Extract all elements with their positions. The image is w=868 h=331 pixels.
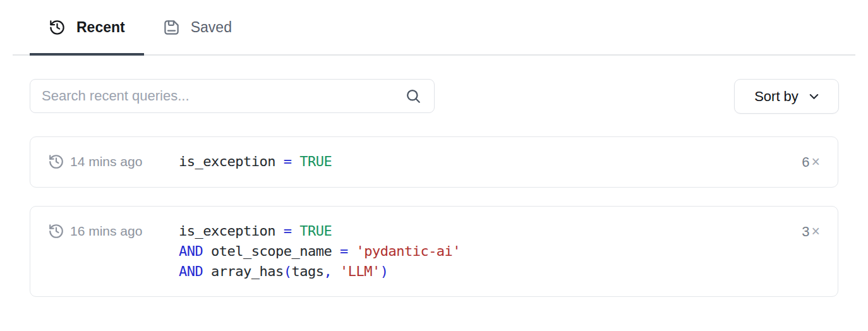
tab-recent-label: Recent: [76, 19, 125, 36]
tab-recent[interactable]: Recent: [30, 0, 144, 54]
query-code: is_exception = TRUEAND otel_scope_name =…: [179, 221, 792, 282]
times-symbol: ×: [810, 153, 820, 170]
code-line: is_exception = TRUE: [179, 221, 792, 241]
query-meta: 14 mins ago: [48, 152, 179, 172]
query-list: 14 mins agois_exception = TRUE6×16 mins …: [30, 136, 838, 297]
query-timestamp: 14 mins ago: [70, 154, 142, 169]
run-count-value: 6: [802, 154, 809, 170]
run-count: 3×: [792, 221, 820, 242]
history-icon: [49, 19, 66, 36]
code-line: AND otel_scope_name = 'pydantic-ai': [179, 241, 792, 262]
query-row[interactable]: 16 mins agois_exception = TRUEAND otel_s…: [30, 206, 838, 297]
query-row[interactable]: 14 mins agois_exception = TRUE6×: [30, 136, 838, 188]
query-meta: 16 mins ago: [48, 221, 179, 241]
code-line: AND array_has(tags, 'LLM'): [179, 262, 792, 282]
history-icon: [48, 153, 64, 170]
tab-bar: Recent Saved: [13, 0, 855, 56]
code-line: is_exception = TRUE: [179, 152, 792, 172]
query-code: is_exception = TRUE: [179, 152, 792, 172]
search-input[interactable]: [30, 79, 435, 113]
sort-by-button[interactable]: Sort by: [734, 79, 839, 114]
times-symbol: ×: [810, 223, 820, 239]
chevron-down-icon: [807, 89, 821, 104]
query-timestamp: 16 mins ago: [70, 224, 142, 239]
tab-saved-label: Saved: [191, 19, 232, 36]
history-icon: [48, 223, 64, 239]
controls-row: Sort by: [30, 79, 839, 114]
tab-saved[interactable]: Saved: [144, 0, 251, 54]
save-icon: [163, 19, 180, 36]
run-count: 6×: [792, 152, 820, 172]
run-count-value: 3: [802, 224, 809, 239]
search-box: [30, 79, 435, 113]
sort-by-label: Sort by: [754, 88, 799, 105]
